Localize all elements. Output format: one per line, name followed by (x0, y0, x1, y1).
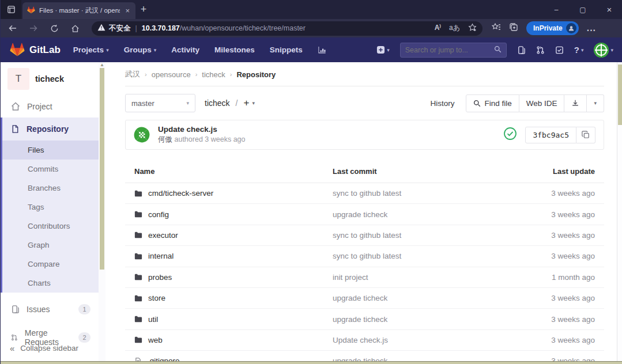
sidebar-item-commits[interactable]: Commits (2, 160, 99, 179)
merge-requests-icon[interactable] (536, 46, 545, 55)
sidebar-scrollbar[interactable]: ▲ (99, 62, 105, 361)
commit-message-link[interactable]: upgrade ticheck (333, 294, 387, 302)
file-tree-table: Name Last commit Last update cmd/ticheck… (125, 160, 604, 364)
breadcrumb-subgroup[interactable]: opensource (152, 70, 191, 79)
favorites-icon[interactable] (492, 22, 501, 34)
file-name-link[interactable]: executor (148, 231, 178, 240)
nav-snippets[interactable]: Snippets (270, 46, 303, 54)
pipeline-status-icon[interactable] (503, 127, 517, 143)
maximize-button[interactable]: ▢ (570, 0, 596, 19)
page-scroll-thumb[interactable] (618, 65, 622, 125)
sidebar-item-branches[interactable]: Branches (2, 179, 99, 198)
commit-message-link[interactable]: upgrade ticheck (333, 210, 387, 219)
horizontal-scrollbar[interactable] (1, 361, 622, 364)
minimize-button[interactable]: – (543, 0, 570, 19)
download-source-button[interactable] (564, 94, 587, 112)
file-name-link[interactable]: probes (148, 273, 172, 282)
commit-sha[interactable]: 3fbc9ac5 (525, 127, 576, 143)
table-row[interactable]: store upgrade ticheck 3 weeks ago (125, 288, 604, 309)
nav-milestones[interactable]: Milestones (214, 46, 255, 54)
refresh-icon[interactable] (46, 21, 63, 36)
sidebar-item-charts[interactable]: Charts (2, 274, 99, 293)
sidebar-item-graph[interactable]: Graph (2, 236, 99, 255)
user-menu[interactable]: ▾ (594, 43, 613, 58)
table-row[interactable]: web Update check.js 3 weeks ago (125, 330, 604, 351)
breadcrumb-project[interactable]: ticheck (202, 70, 225, 79)
sidebar-item-contributors[interactable]: Contributors (2, 217, 99, 236)
page-scrollbar[interactable] (617, 62, 622, 361)
close-button[interactable]: × (596, 0, 622, 19)
file-name-link[interactable]: util (148, 315, 158, 324)
commit-message-link[interactable]: upgrade ticheck (333, 315, 387, 324)
not-secure-chip[interactable]: 不安全 (97, 24, 131, 33)
table-row[interactable]: cmd/ticheck-server sync to github latest… (125, 183, 604, 204)
sidebar-item-repository[interactable]: Repository (2, 117, 99, 141)
gitlab-logo-icon[interactable] (10, 43, 25, 57)
repo-root-link[interactable]: ticheck (205, 98, 230, 108)
browser-tab[interactable]: Files · master · 武汉 / opensourc × (22, 2, 135, 19)
sidebar-item-issues[interactable]: Issues 1 (1, 297, 99, 321)
gitlab-brand[interactable]: GitLab (29, 44, 61, 56)
tab-close-icon[interactable]: × (124, 6, 131, 15)
file-name-link[interactable]: internal (148, 252, 174, 260)
user-avatar (594, 43, 609, 58)
project-header[interactable]: T ticheck (1, 62, 99, 96)
issues-icon[interactable] (517, 46, 526, 55)
file-name-link[interactable]: web (148, 336, 163, 344)
commit-message-link[interactable]: sync to github latest (333, 231, 401, 240)
nav-projects[interactable]: Projects▾ (73, 46, 109, 54)
commit-author-avatar[interactable] (133, 126, 151, 144)
commit-message-link[interactable]: Update check.js (333, 336, 388, 344)
tab-actions-icon[interactable] (1, 0, 21, 19)
collections-icon[interactable] (509, 22, 518, 34)
table-row[interactable]: util upgrade ticheck 3 weeks ago (125, 309, 604, 329)
commit-author-link[interactable]: 何傲 (158, 135, 172, 143)
sidebar-item-tags[interactable]: Tags (2, 198, 99, 217)
table-row[interactable]: config upgrade ticheck 3 weeks ago (125, 204, 604, 225)
sidebar-item-compare[interactable]: Compare (2, 255, 99, 274)
new-tab-button[interactable]: + (135, 0, 152, 19)
branch-selector[interactable]: master ▾ (125, 94, 195, 112)
help-dropdown[interactable]: ? ▾ (574, 45, 584, 55)
history-button[interactable]: History (423, 95, 461, 112)
file-name-link[interactable]: cmd/ticheck-server (148, 189, 213, 198)
file-name-link[interactable]: store (148, 294, 165, 302)
web-ide-button[interactable]: Web IDE (519, 94, 565, 112)
file-name-link[interactable]: config (148, 210, 169, 219)
chart-icon[interactable] (318, 46, 327, 54)
project-avatar: T (7, 68, 29, 90)
home-icon[interactable] (66, 21, 84, 36)
sidebar-item-project[interactable]: Project (1, 96, 99, 117)
table-row[interactable]: executor sync to github latest 3 weeks a… (125, 225, 604, 246)
sidebar-item-files[interactable]: Files (2, 141, 99, 160)
scroll-up-icon[interactable]: ▲ (99, 62, 105, 68)
more-menu-icon[interactable]: ... (587, 23, 596, 33)
collapse-sidebar-button[interactable]: « Collapse sidebar (1, 343, 99, 353)
inprivate-badge[interactable]: InPrivate (526, 21, 579, 35)
address-bar[interactable]: 不安全 | 10.3.70.187 /wuhan/opensource/tich… (92, 21, 482, 36)
search-input[interactable] (405, 46, 494, 54)
commit-message-link[interactable]: init project (333, 273, 368, 282)
back-icon[interactable] (4, 21, 21, 36)
table-row[interactable]: probes init project 1 month ago (125, 267, 604, 288)
nav-groups[interactable]: Groups▾ (124, 46, 157, 54)
table-row[interactable]: internal sync to github latest 3 weeks a… (125, 246, 604, 267)
add-favorite-icon[interactable] (468, 23, 477, 33)
commit-message-link[interactable]: sync to github latest (333, 189, 401, 198)
nav-activity[interactable]: Activity (171, 46, 199, 54)
commit-title-link[interactable]: Update check.js (158, 125, 246, 134)
folder-icon (134, 294, 142, 302)
translate-icon[interactable]: aあ (449, 23, 460, 33)
read-aloud-icon[interactable]: A) (435, 23, 441, 33)
breadcrumb-separator: › (145, 71, 147, 78)
add-file-dropdown[interactable]: + ▾ (243, 97, 254, 109)
global-search[interactable] (400, 43, 507, 58)
download-options-dropdown[interactable]: ▾ (587, 94, 604, 112)
commit-message-link[interactable]: sync to github latest (333, 252, 401, 260)
copy-sha-button[interactable] (576, 127, 595, 143)
breadcrumb-group[interactable]: 武汉 (125, 69, 140, 79)
sidebar-scroll-thumb[interactable] (100, 68, 104, 270)
find-file-button[interactable]: Find file (466, 94, 519, 112)
new-dropdown[interactable]: ▾ (376, 46, 390, 54)
todos-icon[interactable] (555, 46, 564, 55)
